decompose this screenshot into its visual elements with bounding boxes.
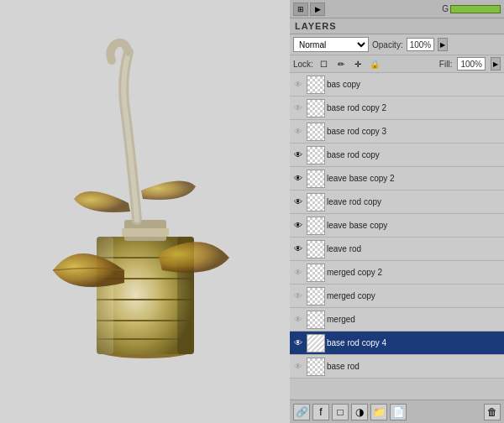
layer-visibility-toggle[interactable]: 👁 (291, 149, 305, 162)
layer-name-label: bas copy (327, 80, 502, 89)
layer-visibility-toggle[interactable]: 👁 (291, 337, 305, 350)
delete-layer-button[interactable]: 🗑 (484, 404, 501, 420)
layer-name-label: leave rod copy (327, 197, 502, 206)
eye-closed-icon: 👁 (294, 80, 302, 89)
layer-item[interactable]: 👁base rod copy 4 (290, 332, 504, 355)
lock-all-icon[interactable]: 🔒 (369, 58, 381, 70)
layer-visibility-toggle[interactable]: 👁 (291, 243, 305, 256)
layers-panel-title: LAYERS (290, 18, 504, 34)
layer-thumbnail (307, 287, 325, 306)
layer-thumbnail (307, 217, 325, 235)
lock-row: Lock: ☐ ✏ ✛ 🔒 Fill: 100% ▶ (290, 55, 504, 73)
toolbar-icon-2[interactable]: ▶ (310, 3, 325, 16)
layer-item[interactable]: 👁merged copy 2 (290, 261, 504, 285)
lock-label: Lock: (293, 60, 313, 69)
fill-arrow[interactable]: ▶ (491, 57, 501, 70)
layer-visibility-toggle[interactable]: 👁 (291, 172, 305, 185)
blend-mode-row: Normal Multiply Screen Opacity: 100% ▶ (290, 34, 504, 55)
svg-rect-11 (122, 228, 169, 237)
blend-mode-select[interactable]: Normal Multiply Screen (293, 37, 369, 52)
layer-visibility-toggle[interactable]: 👁 (291, 290, 305, 303)
layer-thumbnail (307, 193, 325, 212)
layer-item[interactable]: 👁leave base copy 2 (290, 167, 504, 191)
layer-name-label: base rod (327, 362, 502, 371)
layer-thumbnail (307, 334, 325, 352)
toolbar-icon-1[interactable]: ⊞ (293, 3, 308, 16)
layers-list[interactable]: 👁bas copy👁base rod copy 2👁base rod copy … (290, 73, 504, 400)
layer-name-label: merged copy (327, 291, 502, 300)
layer-name-label: leave rod (327, 244, 502, 253)
layer-thumbnail (307, 76, 325, 94)
layer-thumbnail (307, 240, 325, 258)
layer-item[interactable]: 👁base rod copy (290, 144, 504, 167)
eye-closed-icon: 👁 (294, 268, 302, 277)
layer-item[interactable]: 👁leave rod (290, 238, 504, 261)
green-progress-bar (450, 5, 501, 13)
layer-item[interactable]: 👁bas copy (290, 73, 504, 97)
eye-closed-icon: 👁 (294, 127, 302, 136)
layer-visibility-toggle[interactable]: 👁 (291, 219, 305, 232)
fill-value[interactable]: 100% (457, 57, 486, 70)
layers-panel: ⊞ ▶ G LAYERS Normal Multiply Screen Opac… (290, 0, 504, 423)
layer-name-label: base rod copy 4 (327, 338, 502, 347)
canvas-area (0, 0, 290, 423)
svg-rect-8 (97, 237, 113, 354)
layer-item[interactable]: 👁merged (290, 308, 504, 332)
eye-open-icon: 👁 (294, 221, 302, 230)
layer-item[interactable]: 👁base rod copy 3 (290, 120, 504, 144)
lock-position-icon[interactable]: ✛ (352, 58, 364, 70)
layer-visibility-toggle[interactable]: 👁 (291, 313, 305, 326)
layers-title-text: LAYERS (295, 21, 337, 31)
layer-thumbnail (307, 123, 325, 141)
plant-image (28, 35, 263, 388)
layer-item[interactable]: 👁base rod copy 2 (290, 97, 504, 120)
fill-label: Fill: (439, 60, 453, 69)
eye-open-icon: 👁 (294, 150, 302, 159)
layer-visibility-toggle[interactable]: 👁 (291, 102, 305, 115)
layer-name-label: base rod copy 3 (327, 127, 502, 136)
layer-thumbnail (307, 170, 325, 188)
layer-item[interactable]: 👁leave rod copy (290, 191, 504, 214)
layer-item[interactable]: 👁leave base copy (290, 214, 504, 238)
progress-bar-area: G (327, 4, 501, 13)
layer-name-label: base rod copy 2 (327, 103, 502, 112)
layer-thumbnail (307, 99, 325, 118)
layer-name-label: merged copy 2 (327, 268, 502, 277)
layer-name-label: leave base copy (327, 221, 502, 230)
eye-closed-icon: 👁 (294, 103, 302, 112)
layer-visibility-toggle[interactable]: 👁 (291, 196, 305, 209)
new-group-button[interactable]: 📁 (370, 404, 387, 420)
layer-thumbnail (307, 264, 325, 282)
eye-open-icon: 👁 (294, 244, 302, 253)
new-layer-button[interactable]: 📄 (390, 404, 407, 420)
opacity-value[interactable]: 100% (407, 38, 435, 51)
layer-name-label: merged (327, 315, 502, 324)
layer-visibility-toggle[interactable]: 👁 (291, 266, 305, 279)
layer-thumbnail (307, 146, 325, 164)
layer-thumbnail (307, 358, 325, 376)
lock-transparent-icon[interactable]: ☐ (318, 58, 330, 70)
layer-mask-button[interactable]: □ (332, 404, 349, 420)
layer-visibility-toggle[interactable]: 👁 (291, 125, 305, 138)
layer-name-label: leave base copy 2 (327, 174, 502, 183)
opacity-label: Opacity: (372, 40, 403, 50)
layer-thumbnail (307, 311, 325, 329)
layer-item[interactable]: 👁base rod (290, 355, 504, 379)
opacity-arrow[interactable]: ▶ (438, 38, 448, 51)
layer-item[interactable]: 👁merged copy (290, 285, 504, 308)
layer-visibility-toggle[interactable]: 👁 (291, 360, 305, 373)
layer-link-button[interactable]: 🔗 (293, 404, 310, 420)
layer-visibility-toggle[interactable]: 👁 (291, 78, 305, 91)
g-label: G (442, 4, 449, 13)
eye-closed-icon: 👁 (294, 291, 302, 300)
layer-style-button[interactable]: f (312, 404, 329, 420)
layer-name-label: base rod copy (327, 150, 502, 159)
eye-open-icon: 👁 (294, 338, 302, 347)
lock-paint-icon[interactable]: ✏ (335, 58, 347, 70)
eye-closed-icon: 👁 (294, 362, 302, 371)
bottom-toolbar: 🔗 f □ ◑ 📁 📄 🗑 (290, 400, 504, 423)
eye-open-icon: 👁 (294, 174, 302, 183)
eye-open-icon: 👁 (294, 197, 302, 206)
adjustment-layer-button[interactable]: ◑ (351, 404, 368, 420)
top-toolbar: ⊞ ▶ G (290, 0, 504, 18)
